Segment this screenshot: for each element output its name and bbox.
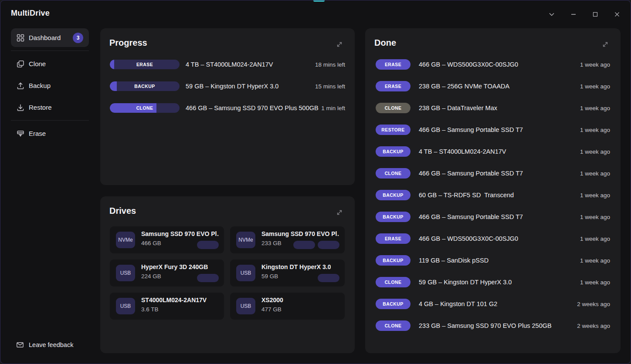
drive-letter-pill bbox=[318, 241, 339, 249]
done-row[interactable]: BACKUP 119 GB – SanDisk pSSD 1 week ago bbox=[365, 249, 621, 271]
sidebar-item-backup[interactable]: Backup bbox=[11, 76, 89, 95]
drive-card[interactable]: NVMe Samsung SSD 970 EVO Pl… 466 GB bbox=[110, 226, 224, 253]
progress-drive-label: 59 GB – Kingston DT HyperX 3.0 bbox=[186, 75, 278, 97]
done-panel-title: Done bbox=[374, 38, 396, 48]
app-title: MultiDrive bbox=[11, 9, 50, 18]
drive-name: ST4000LM024-2AN17V bbox=[141, 297, 207, 303]
done-row[interactable]: BACKUP 4 TB – ST4000LM024-2AN17V 1 week … bbox=[365, 141, 621, 162]
drive-size: 59 GB bbox=[261, 273, 278, 280]
done-action-badge: BACKUP bbox=[376, 212, 410, 222]
done-row[interactable]: CLONE 59 GB – Kingston DT HyperX 3.0 1 w… bbox=[365, 271, 621, 293]
done-drive-label: 466 GB – Samsung Portable SSD T7 bbox=[419, 162, 523, 184]
drive-size: 477 GB bbox=[261, 306, 282, 313]
leave-feedback-label: Leave feedback bbox=[29, 341, 73, 348]
progress-action-label: ERASE bbox=[110, 60, 180, 69]
progress-action-label: BACKUP bbox=[110, 81, 180, 91]
done-drive-label: 60 GB – TS-RDF5 SD Transcend bbox=[419, 184, 514, 206]
download-icon bbox=[17, 104, 24, 111]
done-drive-label: 238 GB – 256G NVMe TOAADA bbox=[419, 75, 509, 97]
done-drive-label: 59 GB – Kingston DT HyperX 3.0 bbox=[419, 271, 512, 293]
done-time: 1 week ago bbox=[580, 75, 610, 97]
drive-card[interactable]: NVMe Samsung SSD 970 EVO Pl… 233 GB bbox=[230, 226, 345, 253]
done-row[interactable]: CLONE 466 GB – Samsung Portable SSD T7 1… bbox=[365, 162, 621, 184]
done-action-badge: BACKUP bbox=[376, 146, 410, 157]
sidebar-item-label: Dashboard bbox=[29, 34, 61, 41]
envelope-icon bbox=[16, 341, 24, 349]
done-row[interactable]: ERASE 466 GB – WDS500G3X0C-00SJG0 1 week… bbox=[365, 54, 621, 75]
progress-time-left: 18 mins left bbox=[315, 54, 345, 75]
drive-letter-pill bbox=[197, 241, 219, 249]
done-expand-button[interactable] bbox=[598, 37, 612, 51]
drive-card[interactable]: USB HyperX Fury 3D 240GB 224 GB bbox=[110, 260, 224, 286]
drive-letter-pill bbox=[293, 241, 315, 249]
progress-row[interactable]: CLONE 466 GB – Samsung SSD 970 EVO Plus … bbox=[100, 97, 355, 119]
done-drive-label: 466 GB – Samsung Portable SSD T7 bbox=[419, 119, 523, 141]
progress-action-label: CLONE bbox=[110, 103, 180, 113]
done-row[interactable]: CLONE 238 GB – DataTraveler Max 1 week a… bbox=[365, 97, 621, 119]
progress-bar: BACKUP bbox=[110, 81, 180, 91]
done-time: 2 weeks ago bbox=[577, 293, 610, 315]
sidebar-item-label: Erase bbox=[29, 130, 46, 137]
done-row[interactable]: RESTORE 466 GB – Samsung Portable SSD T7… bbox=[365, 119, 621, 141]
drive-size: 3.6 TB bbox=[141, 306, 159, 313]
drive-name: Samsung SSD 970 EVO Pl… bbox=[261, 230, 339, 237]
done-time: 1 week ago bbox=[580, 97, 610, 119]
eraser-icon bbox=[17, 130, 24, 138]
sidebar-item-label: Restore bbox=[29, 104, 52, 111]
done-row[interactable]: BACKUP 466 GB – Samsung Portable SSD T7 … bbox=[365, 206, 621, 228]
chevron-down-icon bbox=[548, 11, 555, 18]
done-row[interactable]: BACKUP 4 GB – Kingston DT 101 G2 2 weeks… bbox=[365, 293, 621, 315]
done-time: 1 week ago bbox=[580, 206, 610, 228]
sidebar-divider bbox=[11, 51, 89, 51]
progress-row[interactable]: ERASE 4 TB – ST4000LM024-2AN17V 18 mins … bbox=[100, 54, 355, 75]
done-action-badge: CLONE bbox=[376, 103, 410, 113]
drive-card[interactable]: USB Kingston DT HyperX 3.0 59 GB bbox=[230, 260, 345, 286]
done-action-badge: ERASE bbox=[376, 81, 410, 91]
app-window: MultiDrive Dashboard 3 Clone Backup bbox=[0, 0, 631, 364]
done-row[interactable]: ERASE 466 GB – WDS500G3X0C-00SJG0 1 week… bbox=[365, 228, 621, 249]
progress-drive-label: 4 TB – ST4000LM024-2AN17V bbox=[186, 54, 273, 75]
sidebar: Dashboard 3 Clone Backup Restore Erase bbox=[11, 28, 89, 364]
done-time: 1 week ago bbox=[580, 119, 610, 141]
done-action-badge: CLONE bbox=[376, 320, 410, 331]
drives-expand-button[interactable] bbox=[332, 205, 346, 219]
sidebar-item-dashboard[interactable]: Dashboard 3 bbox=[11, 28, 89, 47]
expand-icon bbox=[336, 209, 343, 216]
done-list: ERASE 466 GB – WDS500G3X0C-00SJG0 1 week… bbox=[365, 54, 621, 337]
progress-panel-title: Progress bbox=[109, 38, 147, 48]
leave-feedback-button[interactable]: Leave feedback bbox=[11, 336, 89, 354]
maximize-button[interactable] bbox=[589, 8, 601, 20]
minimize-button[interactable] bbox=[567, 8, 580, 20]
close-button[interactable] bbox=[611, 8, 623, 20]
sidebar-item-restore[interactable]: Restore bbox=[11, 98, 89, 117]
done-time: 2 weeks ago bbox=[577, 315, 610, 337]
progress-bar: ERASE bbox=[110, 60, 180, 69]
drive-card[interactable]: USB ST4000LM024-2AN17V 3.6 TB bbox=[110, 293, 224, 320]
window-controls bbox=[546, 8, 623, 20]
drive-name: Kingston DT HyperX 3.0 bbox=[261, 263, 331, 270]
done-panel: Done ERASE 466 GB – WDS500G3X0C-00SJG0 1… bbox=[365, 28, 621, 353]
done-row[interactable]: CLONE 233 GB – Samsung SSD 970 EVO Plus … bbox=[365, 315, 621, 337]
drives-panel-title: Drives bbox=[109, 206, 136, 216]
done-drive-label: 238 GB – DataTraveler Max bbox=[419, 97, 497, 119]
progress-row[interactable]: BACKUP 59 GB – Kingston DT HyperX 3.0 15… bbox=[100, 75, 355, 97]
progress-drive-label: 466 GB – Samsung SSD 970 EVO Plus 500GB bbox=[186, 97, 319, 119]
progress-expand-button[interactable] bbox=[332, 37, 346, 51]
done-drive-label: 119 GB – SanDisk pSSD bbox=[419, 249, 489, 271]
progress-panel: Progress ERASE 4 TB – ST4000LM024-2AN17V… bbox=[100, 28, 355, 185]
done-action-badge: ERASE bbox=[376, 59, 410, 70]
done-time: 1 week ago bbox=[580, 141, 610, 162]
sidebar-item-clone[interactable]: Clone bbox=[11, 54, 89, 73]
done-time: 1 week ago bbox=[580, 228, 610, 249]
done-row[interactable]: BACKUP 60 GB – TS-RDF5 SD Transcend 1 we… bbox=[365, 184, 621, 206]
window-collapse-button[interactable] bbox=[546, 8, 558, 20]
sidebar-item-erase[interactable]: Erase bbox=[11, 124, 89, 143]
done-time: 1 week ago bbox=[580, 162, 610, 184]
titlebar-accent bbox=[313, 0, 325, 2]
maximize-icon bbox=[592, 11, 599, 18]
drive-letters bbox=[318, 274, 339, 282]
done-row[interactable]: ERASE 238 GB – 256G NVMe TOAADA 1 week a… bbox=[365, 75, 621, 97]
drive-card[interactable]: USB XS2000 477 GB bbox=[230, 293, 345, 320]
done-time: 1 week ago bbox=[580, 54, 610, 75]
drive-type-badge: NVMe bbox=[116, 232, 135, 248]
